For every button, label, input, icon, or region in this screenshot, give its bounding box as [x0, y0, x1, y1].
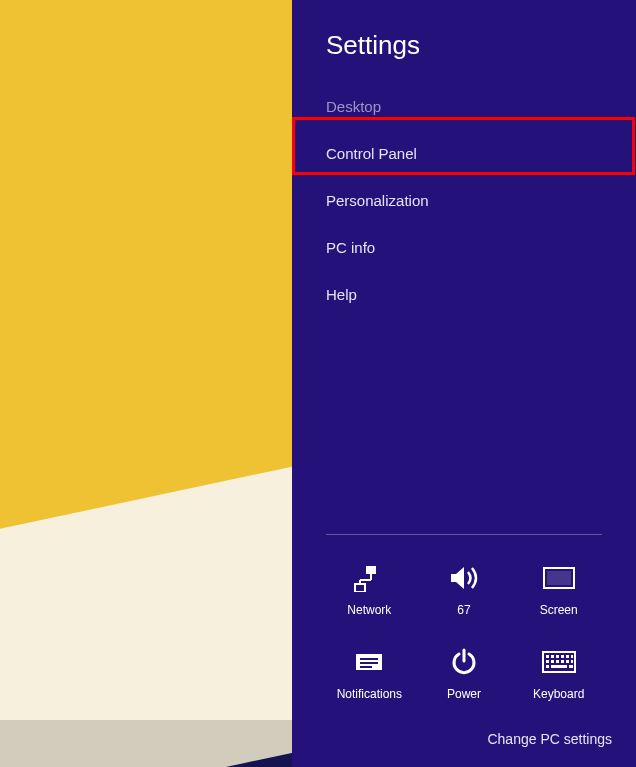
svg-rect-13	[546, 655, 549, 658]
tile-network[interactable]: Network	[326, 561, 413, 617]
svg-rect-6	[547, 571, 571, 585]
quick-settings-tiles: Network 67	[326, 561, 602, 701]
screen-icon	[539, 561, 579, 595]
svg-rect-26	[551, 665, 567, 668]
tile-keyboard[interactable]: Keyboard	[515, 645, 602, 701]
svg-rect-21	[556, 660, 559, 663]
menu-item-pc-info[interactable]: PC info	[292, 224, 636, 271]
speaker-icon	[444, 561, 484, 595]
svg-rect-18	[571, 655, 573, 658]
svg-rect-27	[569, 665, 573, 668]
power-icon	[444, 645, 484, 679]
svg-rect-16	[561, 655, 564, 658]
tile-label: Screen	[540, 603, 578, 617]
menu-item-control-panel[interactable]: Control Panel	[292, 130, 636, 177]
svg-rect-25	[546, 665, 549, 668]
svg-rect-0	[366, 566, 376, 574]
svg-rect-20	[551, 660, 554, 663]
svg-rect-22	[561, 660, 564, 663]
change-pc-settings-link[interactable]: Change PC settings	[326, 731, 612, 747]
svg-rect-15	[556, 655, 559, 658]
svg-rect-19	[546, 660, 549, 663]
menu-item-help[interactable]: Help	[292, 271, 636, 318]
tile-label: Keyboard	[533, 687, 584, 701]
tile-label: Notifications	[337, 687, 402, 701]
tile-label: Power	[447, 687, 481, 701]
tile-label: Network	[347, 603, 391, 617]
tile-label: 67	[457, 603, 470, 617]
panel-title: Settings	[326, 30, 602, 61]
tile-screen[interactable]: Screen	[515, 561, 602, 617]
svg-rect-23	[566, 660, 569, 663]
divider	[326, 534, 602, 535]
tile-notifications[interactable]: Notifications	[326, 645, 413, 701]
network-icon	[349, 561, 389, 595]
menu-item-desktop[interactable]: Desktop	[292, 83, 636, 130]
tile-volume[interactable]: 67	[421, 561, 508, 617]
desktop-wallpaper	[0, 0, 292, 767]
notifications-icon	[349, 645, 389, 679]
settings-charm-panel: Settings Desktop Control Panel Personali…	[292, 0, 636, 767]
svg-rect-24	[571, 660, 573, 663]
settings-menu: Desktop Control Panel Personalization PC…	[292, 83, 636, 318]
svg-rect-4	[355, 584, 365, 592]
tile-power[interactable]: Power	[421, 645, 508, 701]
svg-rect-14	[551, 655, 554, 658]
keyboard-icon	[539, 645, 579, 679]
menu-item-personalization[interactable]: Personalization	[292, 177, 636, 224]
svg-rect-17	[566, 655, 569, 658]
